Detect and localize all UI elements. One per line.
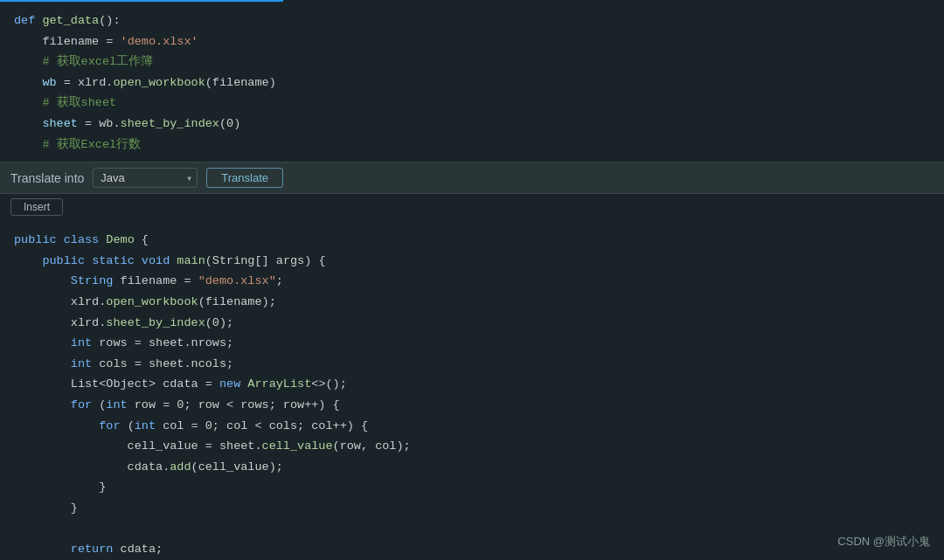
code-line: for (int row = 0; row < rows; row++) { bbox=[0, 395, 944, 416]
code-line: for (int col = 0; col < cols; col++) { bbox=[0, 416, 944, 437]
language-select[interactable]: Java C++ C# JavaScript Python Go bbox=[93, 168, 198, 188]
code-line: # 获取Excel行数 bbox=[0, 135, 944, 156]
comment: # 获取sheet bbox=[14, 93, 116, 113]
code-line: String filename = "demo.xlsx"; bbox=[0, 271, 944, 292]
code-line: # 获取excel工作簿 bbox=[0, 52, 944, 73]
code-line: int cols = sheet.ncols; bbox=[0, 354, 944, 375]
insert-row: Insert bbox=[0, 194, 944, 223]
function-name: get_data bbox=[42, 11, 99, 31]
code-line: cell_value = sheet.cell_value(row, col); bbox=[0, 436, 944, 457]
code-line: xlrd.sheet_by_index(0); bbox=[0, 313, 944, 334]
code-line: cdata.add(cell_value); bbox=[0, 457, 944, 478]
code-line: public class Demo { bbox=[0, 230, 944, 251]
code-line: public static void main(String[] args) { bbox=[0, 251, 944, 272]
translate-into-label: Translate into bbox=[10, 171, 84, 185]
code-line: def get_data(): bbox=[0, 10, 944, 31]
insert-button[interactable]: Insert bbox=[10, 198, 63, 216]
code-line: } bbox=[0, 477, 944, 498]
code-line: List<Object> cdata = new ArrayList<>(); bbox=[0, 374, 944, 395]
string-literal: 'demo.xlsx' bbox=[121, 32, 198, 52]
watermark: CSDN @测试小鬼 bbox=[837, 534, 930, 550]
code-section-bottom: public class Demo { public static void m… bbox=[0, 223, 944, 560]
code-line: int rows = sheet.nrows; bbox=[0, 333, 944, 354]
code-line: } bbox=[0, 498, 944, 519]
code-line: sheet = wb.sheet_by_index(0) bbox=[0, 114, 944, 135]
keyword: def bbox=[14, 11, 42, 31]
code-line: # 获取sheet bbox=[0, 93, 944, 114]
editor-container: def get_data(): filename = 'demo.xlsx' #… bbox=[0, 0, 944, 560]
comment: # 获取excel工作簿 bbox=[14, 52, 153, 72]
language-select-wrapper[interactable]: Java C++ C# JavaScript Python Go bbox=[93, 168, 198, 188]
translate-button[interactable]: Translate bbox=[206, 168, 283, 188]
code-section-top: def get_data(): filename = 'demo.xlsx' #… bbox=[0, 2, 944, 162]
toolbar: Translate into Java C++ C# JavaScript Py… bbox=[0, 162, 944, 194]
comment: # 获取Excel行数 bbox=[14, 135, 141, 155]
code-line: filename = 'demo.xlsx' bbox=[0, 31, 944, 52]
code-line: xlrd.open_workbook(filename); bbox=[0, 292, 944, 313]
code-line bbox=[0, 518, 944, 539]
code-line: return cdata; bbox=[0, 539, 944, 560]
code-line: wb = xlrd.open_workbook(filename) bbox=[0, 73, 944, 93]
